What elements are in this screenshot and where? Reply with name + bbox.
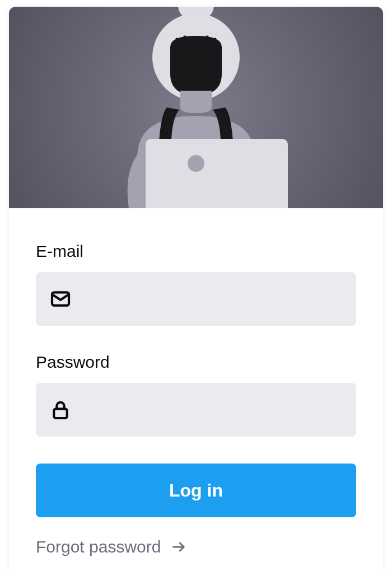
- mail-icon: [49, 288, 72, 310]
- login-button[interactable]: Log in: [36, 464, 356, 517]
- person-laptop-illustration: [67, 7, 325, 208]
- password-input-wrapper[interactable]: [36, 383, 356, 437]
- svg-rect-2: [146, 139, 288, 208]
- forgot-password-link[interactable]: Forgot password: [36, 537, 186, 556]
- lock-icon: [49, 399, 72, 421]
- email-input-wrapper[interactable]: [36, 272, 356, 326]
- svg-rect-5: [54, 409, 67, 418]
- password-label: Password: [36, 353, 356, 372]
- hero-illustration: [9, 7, 383, 208]
- email-label: E-mail: [36, 242, 356, 261]
- login-card: E-mail Password: [9, 7, 383, 571]
- svg-point-3: [188, 155, 204, 172]
- email-input[interactable]: [72, 272, 343, 326]
- login-form: E-mail Password: [9, 208, 383, 571]
- password-input[interactable]: [72, 383, 343, 437]
- email-field-group: E-mail: [36, 242, 356, 326]
- arrow-right-icon: [171, 539, 186, 555]
- forgot-password-label: Forgot password: [36, 537, 161, 556]
- password-field-group: Password: [36, 353, 356, 437]
